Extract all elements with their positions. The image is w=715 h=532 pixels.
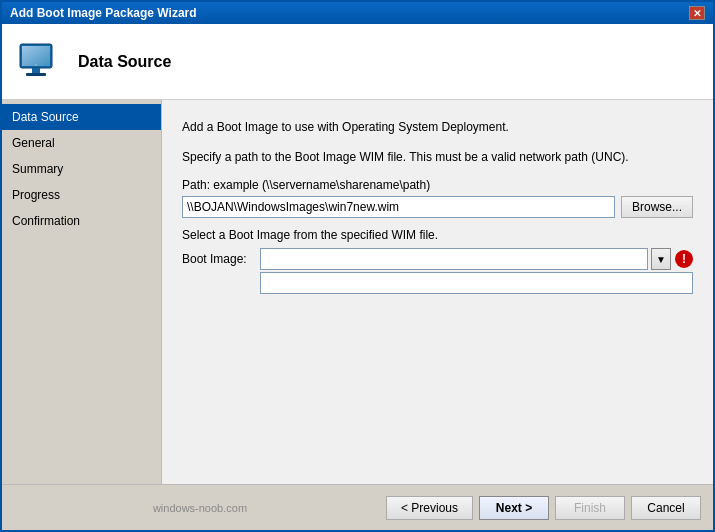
main-content: Data Source General Summary Progress Con… bbox=[2, 100, 713, 484]
boot-image-label: Boot Image: bbox=[182, 252, 252, 266]
finish-button[interactable]: Finish bbox=[555, 496, 625, 520]
select-wim-field: Select a Boot Image from the specified W… bbox=[182, 228, 693, 294]
window-title: Add Boot Image Package Wizard bbox=[10, 6, 197, 20]
cancel-button[interactable]: Cancel bbox=[631, 496, 701, 520]
description2: Specify a path to the Boot Image WIM fil… bbox=[182, 148, 693, 166]
sidebar: Data Source General Summary Progress Con… bbox=[2, 100, 162, 484]
select-area bbox=[260, 270, 693, 294]
previous-button[interactable]: < Previous bbox=[386, 496, 473, 520]
svg-rect-3 bbox=[32, 68, 40, 73]
title-bar: Add Boot Image Package Wizard ✕ bbox=[2, 2, 713, 24]
boot-image-row: Boot Image: ▼ ! bbox=[182, 248, 693, 270]
footer-buttons: < Previous Next > Finish Cancel bbox=[386, 496, 701, 520]
sidebar-item-data-source[interactable]: Data Source bbox=[2, 104, 161, 130]
path-label: Path: example (\\servername\sharename\pa… bbox=[182, 178, 693, 192]
content-area: Add a Boot Image to use with Operating S… bbox=[162, 100, 713, 484]
header-section: Data Source bbox=[2, 24, 713, 100]
sidebar-item-confirmation[interactable]: Confirmation bbox=[2, 208, 161, 234]
path-input[interactable] bbox=[182, 196, 615, 218]
next-button[interactable]: Next > bbox=[479, 496, 549, 520]
svg-point-5 bbox=[35, 64, 37, 66]
header-title: Data Source bbox=[78, 53, 171, 71]
svg-rect-2 bbox=[22, 46, 50, 66]
browse-button[interactable]: Browse... bbox=[621, 196, 693, 218]
watermark: windows-noob.com bbox=[14, 502, 386, 514]
select-wim-label: Select a Boot Image from the specified W… bbox=[182, 228, 693, 242]
error-icon: ! bbox=[675, 250, 693, 268]
sidebar-item-general[interactable]: General bbox=[2, 130, 161, 156]
path-row: Browse... bbox=[182, 196, 693, 218]
close-button[interactable]: ✕ bbox=[689, 6, 705, 20]
boot-image-select-container: ▼ ! bbox=[260, 248, 693, 270]
footer: windows-noob.com < Previous Next > Finis… bbox=[2, 484, 713, 530]
boot-image-select[interactable] bbox=[260, 248, 648, 270]
boot-image-text-input[interactable] bbox=[260, 272, 693, 294]
footer-left: windows-noob.com bbox=[14, 502, 386, 514]
description1: Add a Boot Image to use with Operating S… bbox=[182, 118, 693, 136]
path-field-row: Path: example (\\servername\sharename\pa… bbox=[182, 178, 693, 218]
sidebar-item-progress[interactable]: Progress bbox=[2, 182, 161, 208]
wizard-window: Add Boot Image Package Wizard ✕ bbox=[0, 0, 715, 532]
svg-rect-4 bbox=[26, 73, 46, 76]
dropdown-arrow-icon[interactable]: ▼ bbox=[651, 248, 671, 270]
sidebar-item-summary[interactable]: Summary bbox=[2, 156, 161, 182]
computer-icon bbox=[16, 38, 64, 86]
